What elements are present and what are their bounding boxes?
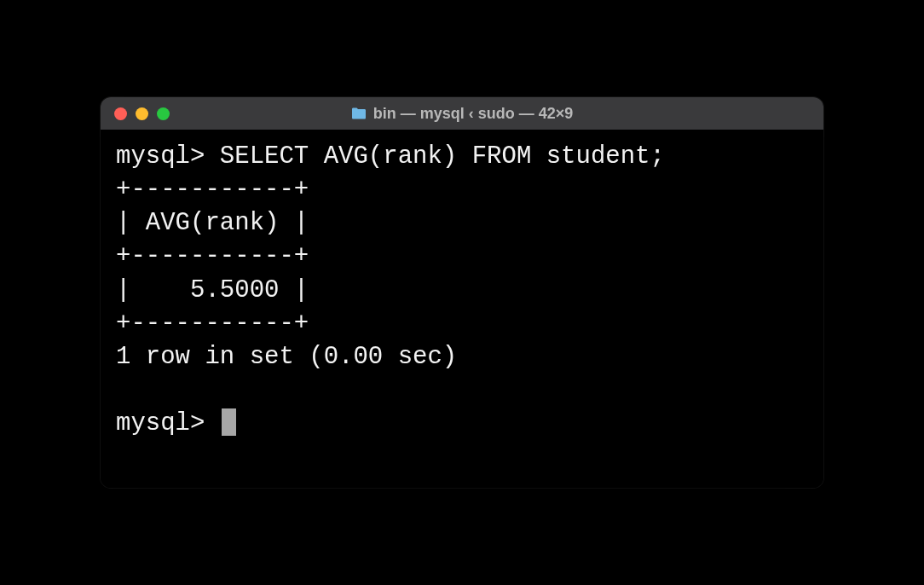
terminal-prompt-line[interactable]: mysql> [116, 407, 808, 440]
terminal-output-line: +-----------+ [116, 307, 808, 340]
terminal-body[interactable]: mysql> SELECT AVG(rank) FROM student; +-… [101, 130, 823, 488]
maximize-icon[interactable] [157, 107, 170, 120]
blank-line [116, 374, 808, 407]
folder-icon [351, 107, 367, 119]
title-content: bin — mysql ‹ sudo — 42×9 [101, 105, 823, 123]
terminal-output-line: mysql> SELECT AVG(rank) FROM student; [116, 140, 808, 173]
terminal-output-line: 1 row in set (0.00 sec) [116, 340, 808, 374]
cursor-icon [222, 408, 236, 436]
terminal-output-line: +-----------+ [116, 240, 808, 273]
terminal-window: bin — mysql ‹ sudo — 42×9 mysql> SELECT … [101, 97, 823, 488]
window-title: bin — mysql ‹ sudo — 42×9 [373, 105, 574, 123]
title-bar: bin — mysql ‹ sudo — 42×9 [101, 97, 823, 130]
prompt-text: mysql> [116, 409, 220, 437]
terminal-output-line: | 5.5000 | [116, 274, 808, 307]
minimize-icon[interactable] [136, 107, 148, 120]
traffic-lights [114, 107, 170, 120]
terminal-output-line: +-----------+ [116, 173, 808, 206]
terminal-output-line: | AVG(rank) | [116, 206, 808, 240]
close-icon[interactable] [114, 107, 127, 120]
